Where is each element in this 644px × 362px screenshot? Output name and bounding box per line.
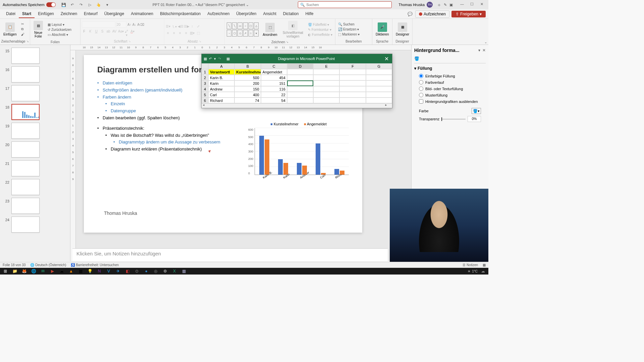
ribbon-tab-datei[interactable]: Datei [3,10,19,18]
column-header[interactable]: E [313,63,339,69]
slide-thumbnail[interactable]: 22 [0,178,70,196]
grid-cell[interactable] [313,98,339,103]
pen-icon[interactable]: ✎ [442,2,448,8]
grid-cell[interactable] [313,69,339,75]
reset-button[interactable]: ↺ Zurücksetzen [46,27,73,32]
dropdown-icon[interactable]: ▾ [478,48,480,53]
clear-format-icon[interactable]: A⌫ [137,23,144,26]
arrange-button[interactable]: ⬚ Anordnen [261,21,279,38]
save-icon[interactable]: ▦ [204,57,207,61]
search-input[interactable] [306,3,389,7]
normal-view-icon[interactable]: ▦ [483,263,486,267]
slide-counter[interactable]: Folie 18 von 33 [3,263,25,267]
fill-option-radio[interactable]: Musterfüllung [414,92,486,98]
accessibility-checker[interactable]: ♿ Barrierefreiheit: Untersuchen [71,263,119,267]
user-account[interactable]: Thomas Hruska TH [398,2,433,8]
ribbon-tab-animationen[interactable]: Animationen [127,10,157,18]
app-icon[interactable]: ▦ [76,268,85,274]
grid-cell[interactable] [287,86,313,92]
grid-cell[interactable] [339,75,366,80]
onenote-icon[interactable]: N [95,268,103,274]
grid-cell[interactable] [287,69,313,75]
justify-button[interactable]: ≡ [184,31,189,35]
window-icon[interactable]: ▣ [448,2,454,8]
grid-cell[interactable]: Angemeldet [261,69,287,75]
bullets-button[interactable]: ☰▾ [166,24,170,29]
save-icon[interactable]: 💾 [61,2,67,8]
grid-cell[interactable]: 54 [261,98,287,103]
grid-cell[interactable] [339,98,366,103]
shadow-button[interactable]: ab [106,29,111,37]
column-header[interactable]: C [261,63,287,69]
color-picker-button[interactable]: 🪣▾ [472,108,481,114]
increase-font-icon[interactable]: A↑ [127,23,131,26]
decrease-font-icon[interactable]: A↓ [132,23,137,26]
grid-cell[interactable] [287,92,313,98]
grid-cell[interactable]: 150 [234,86,261,92]
row-header[interactable]: 5 [202,92,208,98]
ribbon-tab-zeichnen[interactable]: Zeichnen [57,10,80,18]
minimize-icon[interactable]: — [460,2,466,7]
grid-cell[interactable] [287,80,313,86]
telegram-icon[interactable]: ✈ [114,268,122,274]
touch-mode-icon[interactable]: 👆 [96,2,102,8]
grid-cell[interactable] [366,98,392,103]
autosave-toggle[interactable]: Automatisches Speichern [3,2,56,7]
app-icon[interactable]: ● [142,268,150,274]
grid-cell[interactable]: Carl [208,92,234,98]
row-header[interactable]: 2 [202,75,208,80]
ribbon-tab-dictation[interactable]: Dictation [280,10,302,18]
shapes-gallery[interactable]: ╲╲▭○▢△ →⬡◇↗☆▾ [226,22,259,37]
fill-tab-icon[interactable]: 🪣 [414,56,419,61]
slide-thumbnail[interactable]: 23 [0,196,70,215]
redo-icon[interactable]: ↷ [218,57,221,61]
slide-thumbnail[interactable]: 24 [0,215,70,234]
ribbon-tab-start[interactable]: Start [19,10,35,18]
redo-icon[interactable]: ↷ [78,2,84,8]
numbering-button[interactable]: ⒈▾ [172,24,176,29]
fill-section[interactable]: ▾ Füllung [414,66,486,71]
align-right-button[interactable]: ≡ [178,31,182,35]
grid-cell[interactable] [366,69,392,75]
powerpoint-icon[interactable]: ▶ [48,268,56,274]
grid-cell[interactable] [313,86,339,92]
settings-icon[interactable]: ⚙ [161,268,169,274]
vlc-icon[interactable]: ▲ [67,268,75,274]
find-button[interactable]: 🔍 Suchen [337,22,361,26]
ribbon-tab-entwurf[interactable]: Entwurf [80,10,101,18]
chart[interactable]: Kursteilnehmer Angemeldet 01002003004005… [248,122,349,196]
shape-outline-button[interactable]: ✎ Formkontur ▾ [307,27,334,32]
language-indicator[interactable]: 🌐 Deutsch (Österreich) [30,263,66,267]
dialog-launcher-icon[interactable]: ↘ [286,41,288,44]
app-icon[interactable]: ⊙ [133,268,141,274]
grid-cell[interactable]: 22 [261,92,287,98]
grid-cell[interactable]: Verantwortl [208,69,234,75]
qat-dropdown-icon[interactable]: ▾ [104,2,110,8]
grid-cell[interactable] [366,75,392,80]
strikethrough-button[interactable]: S [100,29,105,37]
app-icon[interactable]: ◧ [123,268,131,274]
excel-icon[interactable]: X [170,268,178,274]
chart-data-editor[interactable]: ▦ ↶ ▾ ↷ ▦ Diagramm in Microsoft PowerPoi… [201,54,392,108]
row-header[interactable]: 1 [202,69,208,75]
grid-cell[interactable]: 400 [234,92,261,98]
column-header[interactable]: G [366,63,392,69]
close-icon[interactable]: ✕ [480,2,486,7]
spacing-button[interactable]: AV [112,29,117,37]
grid-cell[interactable]: 454 [261,75,287,80]
case-button[interactable]: Aa▾ [118,29,123,37]
fill-option-radio[interactable]: Einfarbige Füllung [414,73,486,79]
dialog-launcher-icon[interactable]: ↘ [199,40,201,43]
increase-indent-button[interactable]: ☰▶ [184,24,189,29]
ribbon-tab-ansicht[interactable]: Ansicht [260,10,279,18]
slide-thumbnail[interactable]: 19 [0,121,70,140]
grid-cell[interactable]: 200 [234,80,261,86]
undo-icon[interactable]: ↶ [69,2,75,8]
cut-button[interactable]: ✂ [20,22,26,26]
new-slide-button[interactable]: ▤ Neue Folie [32,19,45,40]
windows-taskbar[interactable]: ⊞ 📁 🦊 🌐 ✉ ▶ ☁ ▲ ▦ 💡 N V ✈ ◧ ⊙ ● ◎ ⚙ X ▦ … [0,268,488,275]
notes-pane[interactable]: Klicken Sie, um Notizen hinzuzufügen [72,248,388,261]
firefox-icon[interactable]: 🦊 [20,268,28,274]
grid-cell[interactable]: 74 [234,98,261,103]
column-header[interactable]: A [208,63,234,69]
